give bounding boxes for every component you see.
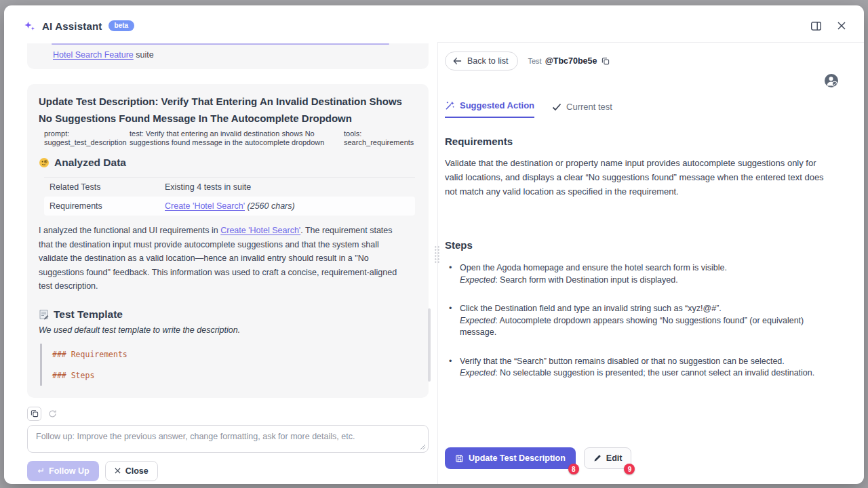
close-x-icon: [115, 468, 121, 474]
chat-scrollbar[interactable]: [428, 308, 431, 382]
requirements-heading: Requirements: [445, 136, 837, 147]
step-item: • Verify that the “Search” button remain…: [445, 356, 837, 380]
step-expected: Expected: Search form with Destination i…: [460, 275, 678, 285]
previous-message-card: Hotel Search Feature suite: [27, 43, 429, 69]
steps-heading: Steps: [445, 239, 837, 251]
dialog-header: AI Assistant beta: [4, 5, 864, 42]
close-dialog-button[interactable]: [835, 20, 848, 32]
refresh-icon: [48, 409, 57, 418]
copy-icon: [601, 57, 610, 65]
followup-input[interactable]: [27, 425, 429, 453]
panel-toggle-icon: [810, 20, 822, 32]
code-line: ### Requirements: [52, 350, 415, 359]
panel-toggle-button[interactable]: [809, 19, 823, 33]
meta-tools: tools: search_requirements: [344, 129, 415, 147]
assistant-message-card: Update Test Description: Verify That Ent…: [27, 84, 429, 398]
meta-test: test: Verify that entering an invalid de…: [130, 129, 338, 147]
close-chat-button[interactable]: Close: [105, 461, 158, 481]
requirement-doc-link[interactable]: Create 'Hotel Search': [165, 201, 245, 211]
message-action-bar: [27, 407, 429, 421]
close-icon: [837, 21, 846, 30]
thinking-face-icon: [39, 157, 50, 168]
copy-test-id-button[interactable]: [600, 56, 611, 66]
element-badge-8: 8: [568, 464, 579, 474]
step-action: Open the Agoda homepage and ensure the h…: [460, 263, 727, 272]
memo-icon: [39, 309, 49, 320]
tab-suggested-action[interactable]: Suggested Action: [445, 100, 534, 118]
prompt-meta: prompt: suggest_test_description test: V…: [44, 129, 415, 147]
step-expected: Expected: Autocomplete dropdown appears …: [460, 316, 804, 338]
regenerate-button[interactable]: [45, 407, 60, 421]
copy-icon: [31, 409, 39, 418]
code-line: ### Steps: [52, 371, 415, 380]
enter-icon: [37, 467, 44, 474]
wand-icon: [445, 100, 455, 110]
sparkles-icon: [23, 20, 36, 33]
element-badge-9: 9: [624, 464, 635, 474]
step-item: • Click the Destination field and type a…: [445, 303, 837, 339]
back-to-list-button[interactable]: Back to list: [445, 52, 518, 70]
ai-assistant-dialog: AI Assistant beta: [4, 5, 864, 484]
update-test-description-button[interactable]: Update Test Description 8: [445, 447, 576, 469]
bullet-icon: •: [445, 356, 460, 380]
template-code-block: ### Requirements ### Steps: [40, 344, 415, 386]
message-title: Update Test Description: Verify That Ent…: [39, 93, 415, 127]
previous-message-text: Hotel Search Feature suite: [27, 45, 429, 60]
analysis-requirement-link[interactable]: Create 'Hotel Search': [220, 226, 300, 235]
back-arrow-icon: [453, 57, 462, 65]
bullet-icon: •: [445, 303, 460, 339]
save-icon: [455, 454, 464, 463]
analysis-paragraph: I analyzed the functional and UI require…: [39, 224, 405, 293]
template-note: We used default test template to write t…: [39, 325, 415, 335]
detail-header: Back to list Test @Tbc70be5e: [445, 52, 837, 70]
meta-prompt: prompt: suggest_test_description: [44, 129, 124, 147]
test-template-heading: Test Template: [39, 308, 415, 321]
suggested-action-content: Requirements Validate that the destinati…: [445, 136, 837, 380]
beta-badge: beta: [108, 20, 135, 31]
table-row-related-tests: Related Tests Existing 4 tests in suite: [44, 178, 415, 197]
tab-current-test[interactable]: Current test: [552, 102, 612, 118]
analyzed-data-table: Related Tests Existing 4 tests in suite …: [44, 177, 415, 216]
test-label: Test: [528, 57, 541, 65]
step-expected: Expected: No selectable suggestion is pr…: [460, 368, 814, 378]
steps-list: • Open the Agoda homepage and ensure the…: [445, 262, 837, 380]
step-action: Click the Destination field and type an …: [460, 304, 722, 313]
chat-panel: Hotel Search Feature suite Update Test D…: [4, 42, 437, 484]
edit-button[interactable]: Edit 9: [584, 447, 632, 469]
table-row-requirements: Requirements Create 'Hotel Search' (2560…: [44, 197, 415, 216]
test-detail-panel: Back to list Test @Tbc70be5e: [438, 42, 864, 484]
copy-response-button[interactable]: [27, 407, 41, 421]
step-action: Verify that the “Search” button remains …: [460, 357, 785, 366]
detail-tabs: Suggested Action Current test: [445, 100, 837, 118]
check-icon: [552, 103, 561, 111]
requirements-text: Validate that the destination or propert…: [445, 156, 833, 199]
test-id: @Tbc70be5e: [545, 56, 597, 66]
step-item: • Open the Agoda homepage and ensure the…: [445, 262, 837, 286]
hotel-search-feature-link[interactable]: Hotel Search Feature: [53, 50, 134, 60]
pencil-icon: [593, 454, 601, 462]
follow-up-button[interactable]: Follow Up: [27, 461, 99, 481]
analyzed-data-heading: Analyzed Data: [39, 157, 415, 169]
user-avatar[interactable]: [824, 73, 839, 88]
char-count-note: (2560 chars): [248, 201, 295, 211]
bullet-icon: •: [445, 262, 460, 286]
dialog-title: AI Assistant: [42, 20, 102, 32]
detail-action-bar: Update Test Description 8 Edit 9: [445, 447, 631, 469]
